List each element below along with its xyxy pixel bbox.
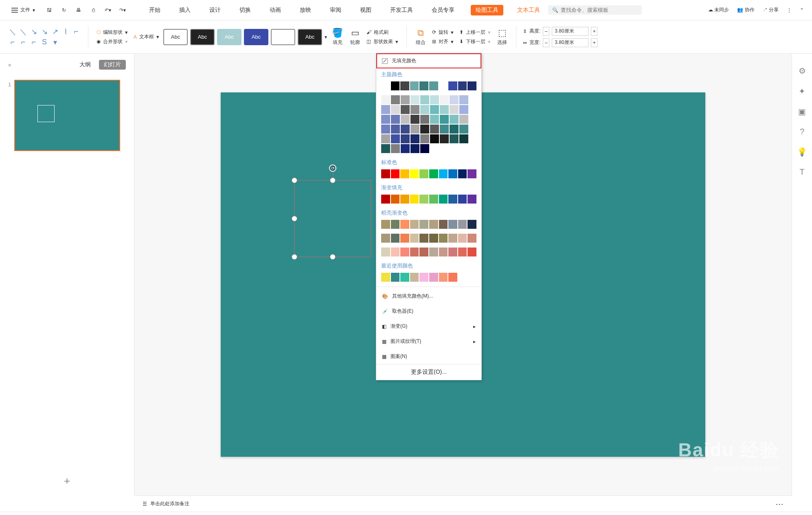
shape-conn1[interactable]: ⌐ [72, 27, 81, 36]
color-swatch[interactable] [439, 81, 448, 90]
more-icon[interactable]: ⋮ [787, 7, 792, 13]
color-swatch[interactable] [400, 248, 409, 256]
color-swatch[interactable] [401, 125, 410, 134]
color-swatch[interactable] [401, 95, 410, 104]
file-menu[interactable]: 文件 ▾ [8, 5, 38, 15]
screen-icon[interactable]: ▣ [798, 107, 806, 116]
color-swatch[interactable] [391, 105, 400, 114]
color-swatch[interactable] [450, 134, 459, 143]
effects-button[interactable]: ◫形状效果▾ [365, 38, 400, 45]
color-swatch[interactable] [401, 134, 410, 143]
style-6[interactable]: Abc [298, 29, 322, 45]
textbox-button[interactable]: A文本框▾ [132, 33, 161, 40]
tab-slideshow[interactable]: 放映 [297, 5, 314, 15]
color-swatch[interactable] [419, 234, 428, 243]
height-plus[interactable]: + [591, 27, 597, 36]
style-3[interactable]: Abc [217, 29, 241, 45]
handle-tl[interactable] [292, 178, 297, 183]
shape-conn2[interactable]: ⌐ [8, 38, 17, 47]
tab-insert[interactable]: 插入 [177, 5, 193, 15]
color-swatch[interactable] [467, 273, 476, 282]
tab-transition[interactable]: 切换 [237, 5, 253, 15]
height-minus[interactable]: – [543, 27, 549, 36]
color-swatch[interactable] [439, 220, 448, 229]
more-settings-item[interactable]: 更多设置(O)... [376, 364, 481, 380]
color-swatch[interactable] [440, 125, 449, 134]
color-swatch[interactable] [391, 234, 400, 243]
style-4[interactable]: Abc [244, 29, 268, 45]
color-swatch[interactable] [410, 95, 419, 104]
tab-text-tools[interactable]: 文本工具 [517, 7, 540, 14]
color-swatch[interactable] [419, 195, 428, 204]
shape-arrow[interactable]: ↗ [50, 27, 59, 36]
handle-l[interactable] [292, 216, 297, 221]
color-swatch[interactable] [419, 273, 428, 282]
color-swatch[interactable] [430, 95, 439, 104]
undo-icon[interactable]: ↶▾ [104, 7, 112, 14]
color-swatch[interactable] [439, 248, 448, 256]
tab-view[interactable]: 视图 [358, 5, 374, 15]
color-swatch[interactable] [450, 95, 459, 104]
selected-shape[interactable]: ⟳ [294, 180, 371, 257]
tab-review[interactable]: 审阅 [327, 5, 344, 15]
color-swatch[interactable] [467, 81, 476, 90]
color-swatch[interactable] [391, 134, 400, 143]
gradient-item[interactable]: ◧渐变(G)▸ [376, 319, 481, 334]
select-button[interactable]: ⬚选择 [495, 26, 509, 48]
sync-status[interactable]: ☁ 未同步 [708, 7, 729, 13]
color-swatch[interactable] [391, 169, 400, 178]
color-swatch[interactable] [381, 105, 390, 114]
color-swatch[interactable] [381, 195, 390, 204]
print-icon[interactable]: 🖶 [75, 7, 82, 14]
color-swatch[interactable] [410, 105, 419, 114]
color-swatch[interactable] [448, 81, 457, 90]
color-swatch[interactable] [381, 144, 390, 153]
search-input[interactable] [561, 7, 638, 13]
color-swatch[interactable] [400, 81, 409, 90]
color-swatch[interactable] [429, 273, 438, 282]
tab-start[interactable]: 开始 [147, 5, 163, 15]
search-box[interactable]: 🔍 [548, 5, 642, 15]
color-swatch[interactable] [419, 81, 428, 90]
color-swatch[interactable] [429, 81, 438, 90]
style-1[interactable]: Abc [163, 29, 188, 45]
color-swatch[interactable] [381, 134, 390, 143]
color-swatch[interactable] [467, 220, 476, 229]
picture-texture-item[interactable]: ▦图片或纹理(T)▸ [376, 334, 481, 349]
rotate-handle[interactable]: ⟳ [329, 164, 336, 172]
color-swatch[interactable] [420, 144, 429, 153]
width-plus[interactable]: + [591, 38, 597, 47]
style-5[interactable]: Abc [271, 29, 295, 45]
color-swatch[interactable] [429, 248, 438, 256]
settings-icon[interactable]: ⚙ [799, 66, 806, 76]
color-swatch[interactable] [440, 115, 449, 124]
color-swatch[interactable] [410, 234, 419, 243]
shape-conn4[interactable]: ⌐ [29, 38, 38, 47]
color-swatch[interactable] [459, 115, 468, 124]
color-swatch[interactable] [439, 273, 448, 282]
color-swatch[interactable] [381, 234, 390, 243]
color-swatch[interactable] [448, 234, 457, 243]
color-swatch[interactable] [410, 134, 419, 143]
color-swatch[interactable] [450, 125, 459, 134]
color-swatch[interactable] [410, 144, 419, 153]
color-swatch[interactable] [410, 273, 419, 282]
color-swatch[interactable] [459, 125, 468, 134]
color-swatch[interactable] [450, 105, 459, 114]
color-swatch[interactable] [440, 95, 449, 104]
rotate-button[interactable]: ⟳旋转▾ [430, 29, 455, 36]
color-swatch[interactable] [400, 169, 409, 178]
shape-line4[interactable]: ↘ [40, 27, 49, 36]
color-swatch[interactable] [439, 169, 448, 178]
color-swatch[interactable] [429, 169, 438, 178]
color-swatch[interactable] [440, 134, 449, 143]
shape-more[interactable]: ▾ [50, 38, 59, 47]
help-icon[interactable]: ? [800, 127, 804, 136]
color-swatch[interactable] [419, 248, 428, 256]
handle-bl[interactable] [292, 254, 297, 260]
color-swatch[interactable] [391, 95, 400, 104]
color-swatch[interactable] [467, 195, 476, 204]
color-swatch[interactable] [467, 248, 476, 256]
outline-tab[interactable]: 大纲 [75, 60, 95, 70]
color-swatch[interactable] [391, 144, 400, 153]
